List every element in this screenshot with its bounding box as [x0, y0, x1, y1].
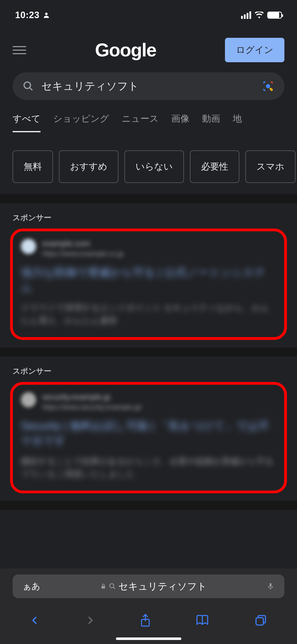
- svg-rect-5: [102, 586, 105, 589]
- battery-icon: [267, 12, 282, 19]
- svg-point-6: [110, 584, 114, 588]
- search-icon: [23, 81, 34, 92]
- chip[interactable]: おすすめ: [59, 150, 118, 183]
- favicon-icon: [21, 239, 36, 254]
- bookmarks-button[interactable]: [196, 614, 210, 626]
- lens-icon[interactable]: [262, 80, 274, 92]
- svg-point-4: [270, 88, 272, 90]
- svg-line-2: [30, 88, 32, 90]
- address-text: セキュリティソフト: [118, 580, 207, 593]
- chip[interactable]: 無料: [13, 150, 53, 183]
- login-button[interactable]: ログイン: [225, 38, 284, 62]
- search-query-text: セキュリティソフト: [41, 79, 254, 93]
- status-time: 10:23: [15, 10, 40, 20]
- lock-icon: [100, 583, 106, 590]
- result-description: クラウドで管理するエンドポイント セキュリティなから、かんたん導入、かんたん運用: [21, 301, 276, 327]
- text-size-button[interactable]: ぁあ: [23, 581, 40, 592]
- result-title: 強力な防御で脅威から守る | 公式ノートンシステム: [21, 265, 276, 295]
- svg-point-3: [266, 84, 270, 88]
- result-description: 継続することで効果があるからこそ、企業や組織を脅威から守るプランをご用意いたしま…: [21, 455, 276, 480]
- tabs-button[interactable]: [254, 614, 267, 627]
- svg-point-0: [45, 13, 48, 15]
- chip[interactable]: 必要性: [190, 150, 239, 183]
- address-bar[interactable]: ぁあ セキュリティソフト: [13, 574, 284, 598]
- chip[interactable]: スマホ: [245, 150, 295, 183]
- person-icon: [43, 11, 50, 19]
- back-button[interactable]: [30, 614, 40, 627]
- sponsored-result[interactable]: security.example.jp https://www.security…: [10, 382, 287, 493]
- sponsor-label: スポンサー: [0, 203, 297, 229]
- sponsor-label: スポンサー: [0, 357, 297, 382]
- result-domain: security.example.jp: [42, 392, 142, 402]
- tab-maps[interactable]: 地: [233, 113, 242, 132]
- result-url: https://www.security.example.jp/: [42, 403, 142, 411]
- chip[interactable]: いらない: [124, 150, 184, 183]
- status-bar: 10:23: [0, 0, 297, 30]
- tab-videos[interactable]: 動画: [202, 113, 220, 132]
- forward-button[interactable]: [85, 614, 95, 627]
- search-icon: [109, 583, 116, 590]
- result-title: Security | 無料お試し可能 | 「気をつけて」では不十分です: [21, 418, 276, 448]
- home-indicator[interactable]: [116, 637, 181, 640]
- menu-button[interactable]: [13, 46, 26, 54]
- app-header: Google ログイン: [0, 30, 297, 72]
- filter-chips: 無料 おすすめ いらない 必要性 スマホ: [0, 139, 297, 194]
- search-box[interactable]: セキュリティソフト: [13, 72, 284, 100]
- sponsored-result[interactable]: example.com https://www.example.co.jp 強力…: [10, 229, 287, 340]
- svg-rect-10: [256, 618, 263, 625]
- tab-all[interactable]: すべて: [13, 113, 41, 132]
- result-domain: example.com: [42, 239, 124, 248]
- svg-point-1: [24, 82, 31, 89]
- browser-chrome: ぁあ セキュリティソフト: [0, 568, 297, 644]
- browser-toolbar: [0, 604, 297, 632]
- google-logo[interactable]: Google: [95, 39, 156, 61]
- result-url: https://www.example.co.jp: [42, 250, 124, 258]
- tab-news[interactable]: ニュース: [122, 113, 159, 132]
- share-button[interactable]: [140, 613, 151, 627]
- search-tabs: すべて ショッピング ニュース 画像 動画 地: [0, 100, 297, 139]
- favicon-icon: [21, 392, 36, 407]
- cellular-icon: [241, 11, 251, 19]
- tab-images[interactable]: 画像: [171, 113, 189, 132]
- wifi-icon: [255, 12, 264, 19]
- svg-rect-8: [270, 583, 272, 587]
- tab-shopping[interactable]: ショッピング: [53, 113, 109, 132]
- microphone-icon[interactable]: [267, 581, 274, 591]
- svg-line-7: [113, 587, 115, 589]
